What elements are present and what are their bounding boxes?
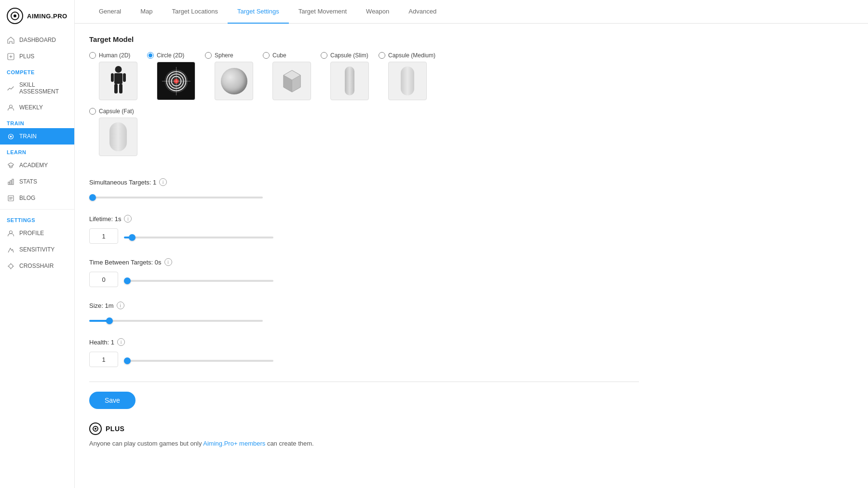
time-between-targets-slider-row xyxy=(89,272,639,287)
size-info-icon[interactable]: i xyxy=(117,302,124,309)
save-button[interactable]: Save xyxy=(89,392,136,409)
svg-rect-21 xyxy=(114,84,118,93)
sidebar-item-plus[interactable]: PLUS xyxy=(0,48,74,65)
health-section: Health: 1 i xyxy=(89,338,639,367)
time-between-targets-section: Time Between Targets: 0s i xyxy=(89,258,639,287)
tab-weapon[interactable]: Weapon xyxy=(356,0,399,24)
sidebar-item-dashboard[interactable]: DASHBOARD xyxy=(0,32,74,48)
image-human xyxy=(99,62,137,100)
sidebar-item-sensitivity[interactable]: SENSITIVITY xyxy=(0,241,74,258)
size-section: Size: 1m i xyxy=(89,302,639,324)
simultaneous-targets-slider-row xyxy=(89,192,639,200)
time-between-targets-info-icon[interactable]: i xyxy=(164,258,172,266)
sidebar-item-label-blog: BLOG xyxy=(19,195,35,201)
size-slider[interactable] xyxy=(89,320,263,322)
sidebar-item-train[interactable]: TRAIN xyxy=(0,128,74,145)
capsule-medium-visual xyxy=(401,66,414,95)
image-circle xyxy=(157,62,195,100)
radio-capsule-fat[interactable] xyxy=(89,108,96,115)
plus-nav-icon xyxy=(7,53,14,60)
svg-point-2 xyxy=(14,14,16,17)
radio-capsule-medium[interactable] xyxy=(379,52,385,59)
crosshair-icon xyxy=(7,262,14,270)
sidebar-item-stats[interactable]: STATS xyxy=(0,173,74,190)
lifetime-input[interactable] xyxy=(89,228,118,244)
sidebar-item-crosshair[interactable]: CROSSHAIR xyxy=(0,258,74,274)
plus-label-text: PLUS xyxy=(106,425,124,433)
target-option-capsule-fat[interactable]: Capsule (Fat) xyxy=(89,108,137,156)
lifetime-section: Lifetime: 1s i xyxy=(89,215,639,244)
lifetime-text: Lifetime: 1s xyxy=(89,215,121,223)
tab-target-locations[interactable]: Target Locations xyxy=(163,0,228,24)
time-between-targets-input[interactable] xyxy=(89,272,118,287)
label-capsule-fat: Capsule (Fat) xyxy=(99,108,134,115)
content-divider xyxy=(89,382,639,382)
simultaneous-targets-info-icon[interactable]: i xyxy=(159,178,167,186)
sidebar-item-academy[interactable]: ACADEMY xyxy=(0,157,74,173)
sidebar-item-weekly[interactable]: WEEKLY xyxy=(0,99,74,116)
svg-point-17 xyxy=(115,66,122,73)
sidebar-item-skill-assessment[interactable]: SKILL ASSESSMENT xyxy=(0,77,74,99)
target-option-capsule-slim[interactable]: Capsule (Slim) xyxy=(321,52,369,100)
sidebar-section-settings: SETTINGS xyxy=(0,212,74,225)
radio-circle[interactable] xyxy=(147,52,154,59)
svg-rect-22 xyxy=(119,84,122,93)
tab-target-settings[interactable]: Target Settings xyxy=(228,0,289,24)
radio-sphere[interactable] xyxy=(205,52,212,59)
target-option-capsule-medium[interactable]: Capsule (Medium) xyxy=(379,52,435,100)
target-option-cube[interactable]: Cube xyxy=(263,52,311,100)
health-input[interactable] xyxy=(89,352,118,367)
radio-human[interactable] xyxy=(89,52,96,59)
image-capsule-fat xyxy=(99,118,137,156)
label-human: Human (2D) xyxy=(99,52,130,59)
svg-point-6 xyxy=(10,135,12,137)
svg-point-4 xyxy=(9,105,12,108)
time-between-targets-text: Time Between Targets: 0s xyxy=(89,259,162,266)
radio-capsule-slim[interactable] xyxy=(321,52,327,59)
stats-icon xyxy=(7,178,14,185)
svg-rect-18 xyxy=(114,73,122,84)
capsule-slim-visual xyxy=(345,66,354,95)
sidebar-item-label-train: TRAIN xyxy=(19,133,37,140)
simultaneous-targets-slider[interactable] xyxy=(89,197,263,198)
train-icon xyxy=(7,132,14,140)
tab-map[interactable]: Map xyxy=(131,0,162,24)
plus-description: Anyone can play custom games but only Ai… xyxy=(89,440,639,447)
chart-icon xyxy=(7,84,14,92)
target-option-circle[interactable]: Circle (2D) xyxy=(147,52,195,100)
plus-desc-after: can create them. xyxy=(265,440,313,447)
svg-rect-20 xyxy=(123,73,126,82)
sidebar-item-profile[interactable]: PROFILE xyxy=(0,225,74,241)
image-sphere xyxy=(215,62,253,100)
sidebar: AIMING.PRO DASHBOARD PLUS COMPETE SKILL … xyxy=(0,0,75,488)
svg-rect-19 xyxy=(111,73,114,82)
lifetime-slider[interactable] xyxy=(124,237,273,238)
size-text: Size: 1m xyxy=(89,302,114,309)
plus-link[interactable]: Aiming.Pro+ members xyxy=(203,440,265,447)
sidebar-section-train: TRAIN xyxy=(0,116,74,128)
plus-section: PLUS Anyone can play custom games but on… xyxy=(89,422,639,447)
tab-advanced[interactable]: Advanced xyxy=(399,0,446,24)
target-option-sphere[interactable]: Sphere xyxy=(205,52,253,100)
capsule-fat-visual xyxy=(109,122,127,151)
tab-general[interactable]: General xyxy=(89,0,131,24)
svg-point-11 xyxy=(9,231,12,234)
tab-target-movement[interactable]: Target Movement xyxy=(289,0,356,24)
image-capsule-slim xyxy=(330,62,369,100)
svg-rect-8 xyxy=(10,181,12,185)
health-info-icon[interactable]: i xyxy=(117,338,125,346)
logo[interactable]: AIMING.PRO xyxy=(0,0,74,32)
sidebar-item-blog[interactable]: BLOG xyxy=(0,190,74,206)
radio-cube[interactable] xyxy=(263,52,270,59)
health-slider[interactable] xyxy=(124,360,273,362)
plus-logo-row: PLUS xyxy=(89,422,639,435)
lifetime-info-icon[interactable]: i xyxy=(124,215,132,223)
target-option-human[interactable]: Human (2D) xyxy=(89,52,137,100)
blog-icon xyxy=(7,194,14,202)
svg-point-37 xyxy=(95,428,96,430)
profile-icon xyxy=(7,229,14,237)
time-between-targets-slider[interactable] xyxy=(124,280,273,282)
simultaneous-targets-label: Simultaneous Targets: 1 i xyxy=(89,178,639,186)
label-sphere: Sphere xyxy=(215,52,233,59)
plus-desc-before: Anyone can play custom games but only xyxy=(89,440,203,447)
